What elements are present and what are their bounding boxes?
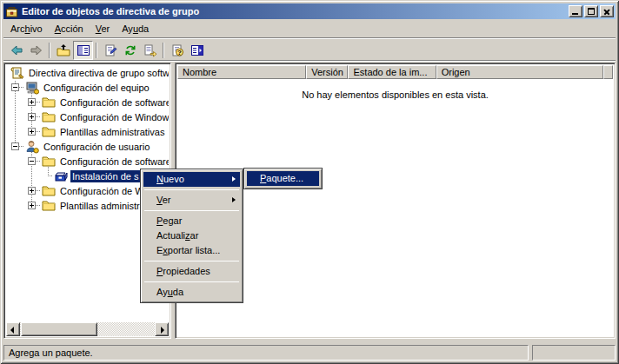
tree-item-conf-windows-equipo[interactable]: Configuración de Windows [6, 109, 169, 124]
tree-item-conf-software-equipo[interactable]: Configuración de software [6, 95, 169, 109]
status-message: Agrega un paquete. [3, 345, 529, 361]
mmc-app-icon [5, 5, 19, 18]
scrollbar-track[interactable] [97, 322, 155, 336]
maximize-icon [588, 8, 595, 15]
app-window: Editor de objetos de directiva de grupo … [0, 0, 619, 364]
export-list-icon [143, 43, 157, 57]
svg-text:?: ? [177, 48, 182, 56]
status-bar: Agrega un paquete. [3, 342, 616, 361]
properties-button[interactable] [100, 41, 120, 60]
package-icon [54, 169, 68, 183]
folder-icon [42, 110, 56, 124]
tree-item-label: Configuración de software [58, 96, 169, 109]
menu-ver[interactable]: Ver [90, 22, 116, 36]
column-header-version[interactable]: Versión [306, 65, 348, 79]
horizontal-scrollbar[interactable] [6, 322, 169, 336]
context-menu-item-nuevo[interactable]: Nuevo [143, 172, 240, 187]
computer-icon [25, 81, 39, 95]
tree-item-label: Configuración de usuario [42, 141, 151, 153]
collapse-icon[interactable] [11, 142, 19, 150]
tree-item-configuracion-equipo[interactable]: Configuración del equipo [6, 80, 169, 95]
properties-icon [103, 43, 117, 57]
tree-item-label: Configuración del equipo [42, 82, 151, 94]
tree-item-root[interactable]: Directiva directiva de grupo softwa [6, 65, 169, 80]
context-menu-item-ayuda[interactable]: Ayuda [143, 285, 240, 300]
tree-item-plantillas-equipo[interactable]: Plantillas administrativas [6, 124, 169, 139]
refresh-button[interactable] [120, 41, 140, 60]
expand-icon[interactable] [28, 202, 36, 209]
scrollbar-thumb[interactable] [21, 322, 97, 336]
expand-icon[interactable] [28, 187, 36, 195]
column-header-nombre[interactable]: Nombre [177, 65, 306, 79]
up-one-level-button[interactable] [53, 41, 73, 60]
status-panel-secondary [532, 345, 616, 361]
forward-button[interactable] [26, 41, 46, 60]
folder-icon [42, 155, 56, 169]
up-one-level-icon [57, 43, 70, 57]
show-hide-console-tree-button[interactable] [73, 41, 93, 60]
tree-item-label: Configuración de W [58, 185, 146, 197]
title-bar[interactable]: Editor de objetos de directiva de grupo [3, 3, 616, 19]
column-header-estado[interactable]: Estado de la im... [348, 65, 436, 79]
toolbar-separator [49, 43, 50, 58]
maximize-button[interactable] [584, 5, 598, 17]
close-button[interactable] [600, 5, 614, 17]
context-menu-item-exportar-lista[interactable]: Exportar lista... [143, 243, 240, 258]
folder-icon [42, 184, 56, 198]
menu-archivo[interactable]: Archivo [4, 22, 49, 36]
expand-icon[interactable] [28, 98, 36, 106]
scroll-right-button[interactable] [155, 322, 169, 336]
menu-separator [144, 210, 239, 211]
tree-item-label: Instalación de s [70, 170, 140, 182]
show-hide-action-pane-button[interactable] [187, 41, 207, 60]
tree-item-label: Plantillas administrat [58, 200, 150, 212]
scroll-left-icon [10, 327, 14, 334]
toolbar-separator [163, 43, 164, 58]
show-hide-action-pane-icon [190, 43, 204, 57]
forward-icon [30, 43, 43, 57]
menu-separator [144, 261, 239, 261]
menu-accion[interactable]: Acción [49, 22, 90, 36]
submenu-nuevo: Paquete... [243, 168, 323, 189]
export-list-button[interactable] [140, 41, 160, 60]
window-title: Editor de objetos de directiva de grupo [22, 6, 567, 17]
tree-item-label: Configuración de software [58, 156, 169, 168]
menu-bar: Archivo Acción Ver Ayuda [3, 20, 616, 36]
help-button[interactable]: ? [167, 41, 187, 60]
empty-list-message: No hay elementos disponibles en esta vis… [177, 89, 613, 100]
refresh-icon [123, 43, 137, 57]
submenu-arrow-icon [232, 197, 236, 202]
expand-icon[interactable] [28, 128, 36, 136]
menu-separator [144, 281, 239, 282]
column-header-filler [603, 65, 613, 79]
context-menu-item-propiedades[interactable]: Propiedades [143, 264, 240, 279]
submenu-arrow-icon [232, 176, 236, 182]
minimize-icon [572, 13, 578, 15]
toolbar-separator [96, 43, 97, 58]
gpo-scroll-icon [10, 66, 24, 80]
divider [3, 60, 616, 62]
context-menu-item-pegar[interactable]: Pegar [143, 214, 240, 228]
folder-icon [42, 125, 56, 139]
context-menu: Nuevo Ver Pegar Actualizar Exportar list… [140, 169, 243, 303]
column-header-origen[interactable]: Origen [436, 65, 603, 79]
submenu-item-paquete[interactable]: Paquete... [247, 171, 319, 186]
user-icon [25, 140, 39, 154]
minimize-button[interactable] [569, 5, 582, 17]
context-menu-item-ver[interactable]: Ver [143, 193, 240, 208]
context-menu-item-actualizar[interactable]: Actualizar [143, 228, 240, 243]
scroll-left-button[interactable] [6, 322, 20, 336]
tree-item-label: Configuración de Windows [58, 111, 169, 123]
back-button[interactable] [6, 41, 26, 60]
folder-icon [42, 96, 56, 109]
menu-ayuda[interactable]: Ayuda [116, 22, 155, 36]
collapse-icon[interactable] [11, 83, 19, 91]
toolbar: ? [3, 39, 616, 61]
menu-separator [144, 189, 239, 190]
collapse-icon[interactable] [28, 157, 36, 165]
expand-icon[interactable] [28, 113, 36, 121]
help-icon: ? [170, 43, 184, 57]
tree-item-label: Plantillas administrativas [58, 126, 166, 138]
tree-item-conf-software-usuario[interactable]: Configuración de software [6, 154, 169, 169]
tree-item-configuracion-usuario[interactable]: Configuración de usuario [6, 139, 169, 154]
